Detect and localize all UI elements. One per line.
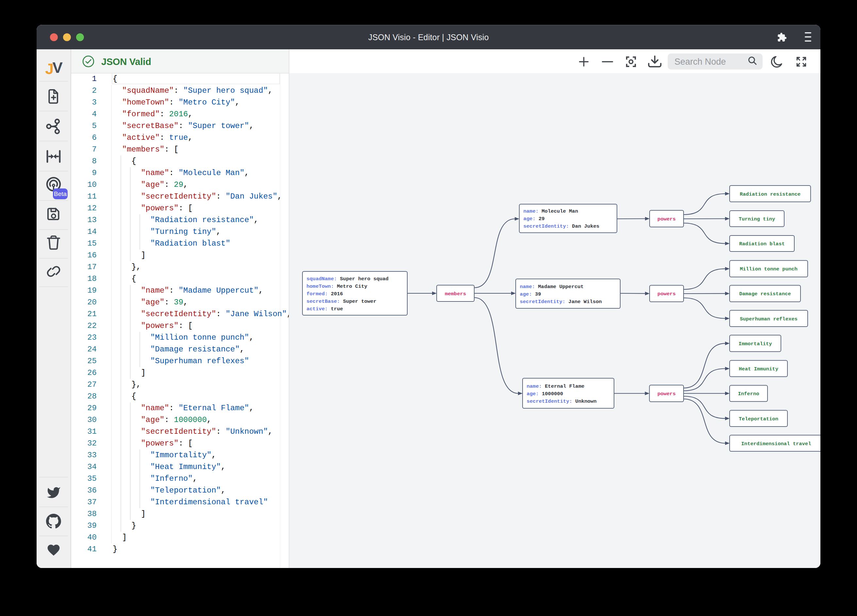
- svg-text:powers: powers: [657, 391, 676, 397]
- svg-text:Teleportation: Teleportation: [739, 416, 778, 422]
- svg-text:Turning tiny: Turning tiny: [739, 216, 775, 222]
- svg-text:secretIdentity: Dan Jukes: secretIdentity: Dan Jukes: [524, 223, 600, 229]
- svg-text:Heat Immunity: Heat Immunity: [739, 366, 778, 372]
- svg-text:age: 39: age: 39: [520, 291, 541, 297]
- svg-text:homeTown: Metro City: homeTown: Metro City: [307, 283, 367, 289]
- svg-text:name: Madame Uppercut: name: Madame Uppercut: [520, 284, 584, 290]
- svg-text:age: 29: age: 29: [524, 216, 545, 222]
- svg-text:Radiation blast: Radiation blast: [739, 241, 785, 247]
- svg-text:powers: powers: [657, 216, 676, 222]
- svg-text:Search Node: Search Node: [674, 57, 726, 67]
- svg-text:age: 1000000: age: 1000000: [527, 391, 563, 397]
- svg-text:secretIdentity: Jane Wilson: secretIdentity: Jane Wilson: [520, 299, 602, 305]
- svg-text:members: members: [445, 291, 466, 297]
- svg-text:Interdimensional travel: Interdimensional travel: [741, 441, 811, 447]
- svg-text:secretBase: Super tower: secretBase: Super tower: [307, 299, 377, 304]
- svg-text:Superhuman reflexes: Superhuman reflexes: [740, 316, 798, 322]
- svg-text:powers: powers: [657, 291, 676, 297]
- svg-text:secretIdentity: Unknown: secretIdentity: Unknown: [527, 398, 597, 404]
- svg-text:Radiation resistance: Radiation resistance: [740, 191, 800, 197]
- svg-text:Inferno: Inferno: [738, 391, 759, 397]
- svg-text:name: Eternal Flame: name: Eternal Flame: [527, 384, 585, 389]
- svg-text:formed: 2016: formed: 2016: [307, 291, 343, 297]
- svg-text:Damage resistance: Damage resistance: [739, 291, 791, 297]
- svg-text:Million tonne punch: Million tonne punch: [740, 266, 798, 272]
- svg-text:squadName: Super hero squad: squadName: Super hero squad: [307, 276, 389, 282]
- svg-text:active: true: active: true: [307, 306, 343, 312]
- svg-text:Immortality: Immortality: [738, 341, 772, 347]
- svg-text:name: Molecule Man: name: Molecule Man: [524, 208, 578, 214]
